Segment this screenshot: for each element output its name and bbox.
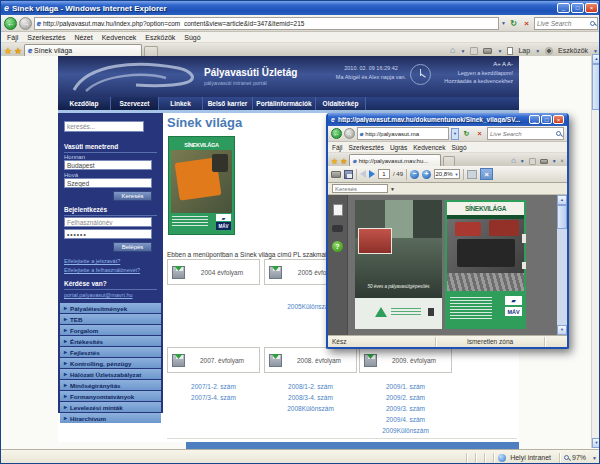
issue-link[interactable]: 2008/1-2. szám	[264, 381, 357, 392]
close-icon[interactable]: ×	[553, 115, 564, 124]
scroll-up-icon[interactable]: ▲	[592, 54, 600, 64]
home-dropdown-icon[interactable]: ▼	[461, 48, 466, 54]
search-icon[interactable]	[590, 21, 595, 26]
address-field[interactable]: e	[34, 17, 499, 30]
issue-link[interactable]: 2007/1-2. szám	[167, 381, 260, 392]
pdf-scrollbar[interactable]: ▲ ▼	[557, 195, 567, 335]
popup-tab[interactable]: e http://palyavasut.mav.hu...	[349, 154, 441, 166]
menu-file[interactable]: Fájl	[7, 34, 18, 41]
menu-help[interactable]: Súgó	[184, 34, 200, 41]
pdf-print-icon[interactable]	[331, 171, 341, 178]
command-page[interactable]: Lap	[518, 47, 530, 54]
sidebar-item-teb[interactable]: ▸TEB	[60, 314, 161, 324]
sidebar-item-hirarchivum[interactable]: ▸Hírarchívum	[60, 413, 161, 423]
nav-belso-karrier[interactable]: Belső karrier	[203, 97, 253, 110]
menu-help[interactable]: Súgó	[451, 144, 466, 151]
new-tab-stub[interactable]	[144, 46, 158, 56]
print-dropdown-icon[interactable]: ▼	[497, 48, 502, 54]
find-input[interactable]	[335, 186, 385, 192]
sidebar-item-halozati-uzletszabalyzat[interactable]: ▸Hálózati Üzletszabályzat	[60, 369, 161, 379]
search-icon[interactable]	[556, 131, 561, 136]
year-cell-2007[interactable]: 2007. évfolyam	[167, 347, 260, 373]
maximize-icon[interactable]: □	[541, 115, 552, 124]
refresh-icon[interactable]: ↻	[461, 130, 472, 138]
zoom-in-icon[interactable]: +	[422, 170, 431, 179]
sidebar-item-ertekesites[interactable]: ▸Értékesítés	[60, 336, 161, 346]
sidebar-item-forgalom[interactable]: ▸Forgalom	[60, 325, 161, 335]
print-icon[interactable]	[483, 48, 492, 54]
nav-linkek[interactable]: Linkek	[159, 97, 203, 110]
password-input[interactable]	[67, 231, 149, 238]
issue-link[interactable]: 2009Különszám	[359, 425, 452, 436]
feeds-icon[interactable]	[529, 158, 536, 165]
command-tools[interactable]: Eszközök	[558, 47, 588, 54]
chevron-more-icon[interactable]: »	[559, 159, 565, 162]
sidebar-search-box[interactable]	[64, 121, 144, 132]
menu-go[interactable]: Ugrás	[390, 144, 407, 151]
fullscreen-toggle-icon[interactable]: ×	[480, 168, 493, 180]
zoom-out-icon[interactable]: −	[410, 170, 419, 179]
login-button[interactable]: Belépés	[113, 242, 152, 252]
new-tab-stub[interactable]	[443, 156, 455, 166]
live-search-input[interactable]	[537, 20, 588, 27]
sidebar-item-formanyomtatvanyok[interactable]: ▸Formanyomtatványok	[60, 391, 161, 401]
issue-link[interactable]: 2009/1. szám	[359, 381, 452, 392]
scroll-down-icon[interactable]: ▼	[592, 438, 600, 448]
magazine-cover-thumbnail[interactable]: SÍNEKVILÁGA ▰ MÁV	[168, 136, 235, 235]
address-input[interactable]	[43, 20, 496, 27]
issue-link[interactable]: 2007/3-4. szám	[167, 392, 260, 403]
timetable-search-button[interactable]: Keresés	[113, 191, 152, 201]
live-search-input[interactable]	[490, 131, 554, 137]
home-icon[interactable]: ⌂	[511, 157, 516, 165]
issue-link[interactable]: 2009/4. szám	[359, 414, 452, 425]
favorites-star-icon[interactable]: ★	[4, 47, 12, 56]
sidebar-item-levelezesi-mintak[interactable]: ▸Levelezési minták	[60, 402, 161, 412]
set-homepage-link[interactable]: Legyen a kezdőlapom!	[458, 70, 513, 76]
from-field[interactable]	[64, 160, 152, 170]
zoom-level-dropdown[interactable]: 20,8%▼	[434, 169, 460, 179]
minimize-icon[interactable]: _	[529, 115, 540, 124]
menu-tools[interactable]: Eszközök	[145, 34, 175, 41]
page-dropdown-icon[interactable]: ▼	[535, 48, 540, 54]
password-field[interactable]	[64, 229, 152, 239]
forgot-password-link[interactable]: Elfelejtette a jelszavát?	[64, 258, 120, 264]
email-link[interactable]: portal.palyavasut@mavrt.hu	[64, 292, 133, 298]
live-search-box[interactable]	[487, 127, 564, 140]
feeds-icon[interactable]	[470, 47, 478, 55]
previous-page-icon[interactable]	[360, 170, 366, 178]
menu-view[interactable]: Nézet	[74, 34, 92, 41]
refresh-icon[interactable]: ↻	[508, 19, 519, 28]
to-input[interactable]	[67, 180, 149, 187]
menu-edit[interactable]: Szerkesztés	[348, 144, 383, 151]
issue-link[interactable]: 2009/2. szám	[359, 392, 452, 403]
nav-oldalterkep[interactable]: Oldaltérkép	[316, 97, 366, 110]
page-number-field[interactable]: 1	[378, 169, 390, 179]
scroll-down-icon[interactable]: ▼	[557, 325, 567, 335]
scroll-up-icon[interactable]: ▲	[557, 195, 567, 205]
year-cell-2009[interactable]: 2009. évfolyam	[359, 347, 452, 373]
to-field[interactable]	[64, 178, 152, 188]
favorites-star-icon[interactable]: ★	[331, 158, 338, 166]
back-icon[interactable]: ←	[331, 128, 342, 139]
address-input[interactable]	[365, 131, 446, 137]
print-dropdown-icon[interactable]: ▼	[552, 158, 557, 164]
address-field[interactable]: e	[357, 127, 449, 140]
menu-favorites[interactable]: Kedvencek	[413, 144, 445, 151]
add-favorites-link[interactable]: Hozzáadás a kedvencekhez	[444, 78, 513, 84]
zoom-level[interactable]: 97%	[572, 454, 586, 461]
address-dropdown-icon[interactable]: ▼	[501, 20, 506, 26]
sidebar-item-minosegiranyitas[interactable]: ▸Minőségirányítás	[60, 380, 161, 390]
tools-gear-icon[interactable]	[545, 47, 553, 55]
next-page-icon[interactable]	[369, 170, 375, 178]
main-scrollbar[interactable]: ▲ ▼	[591, 54, 600, 448]
from-input[interactable]	[67, 162, 149, 169]
attachments-icon[interactable]	[332, 225, 343, 232]
sidebar-item-kontrolling[interactable]: ▸Kontrolling, pénzügy	[60, 358, 161, 368]
year-cell-2004[interactable]: 2004 évfolyam	[167, 259, 260, 285]
stop-icon[interactable]: ×	[521, 19, 532, 28]
scrollbar-thumb[interactable]	[592, 64, 600, 110]
find-dropdown-icon[interactable]: ▼	[390, 186, 395, 192]
minimize-icon[interactable]: _	[557, 3, 570, 13]
menu-file[interactable]: Fájl	[332, 144, 342, 151]
fit-page-icon[interactable]	[467, 170, 477, 179]
